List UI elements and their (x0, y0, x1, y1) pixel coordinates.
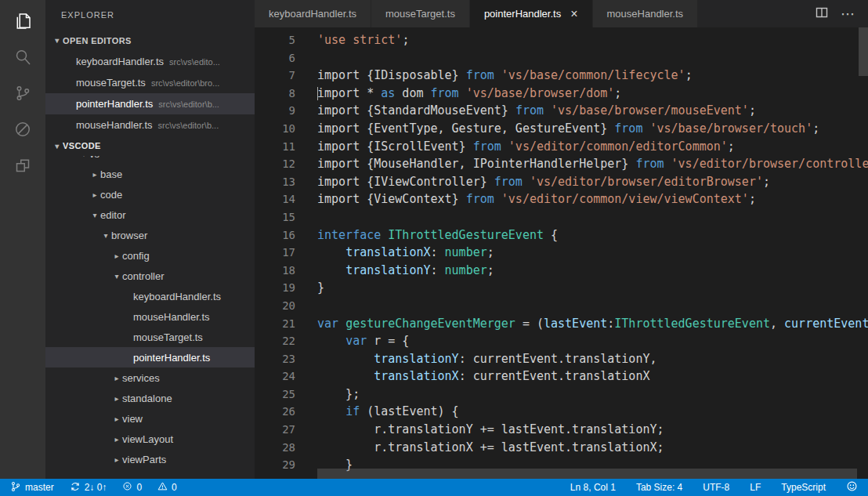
code-line[interactable]: 13import {IViewController} from 'vs/edit… (255, 173, 868, 191)
chevron-right-icon[interactable]: ▸ (111, 455, 122, 464)
line-number[interactable]: 22 (255, 332, 295, 350)
split-editor-icon[interactable] (816, 6, 828, 22)
line-number[interactable]: 7 (255, 67, 295, 85)
code-line[interactable]: 19} (255, 279, 868, 297)
tree-folder-browser[interactable]: ▾browser (45, 225, 255, 245)
source-control-activity-button[interactable] (3, 77, 42, 113)
tree-folder-code[interactable]: ▸code (45, 184, 255, 205)
code-line[interactable]: 14import {ViewContext} from 'vs/editor/c… (255, 190, 868, 208)
search-activity-button[interactable] (3, 41, 42, 77)
language-mode[interactable]: TypeScript (779, 482, 828, 493)
branch-indicator[interactable]: master (8, 479, 56, 496)
code-editor[interactable]: 5'use strict';67import {IDisposable} fro… (255, 27, 868, 479)
tab-pointerHandler-ts[interactable]: pointerHandler.ts× (470, 0, 593, 27)
line-number[interactable]: 26 (255, 403, 295, 421)
line-number[interactable]: 13 (255, 173, 295, 191)
line-number[interactable]: 23 (255, 350, 295, 368)
code-line[interactable]: 15 (255, 208, 868, 226)
tree-folder-viewParts[interactable]: ▸viewParts (45, 449, 255, 469)
code-line[interactable]: 7import {IDisposable} from 'vs/base/comm… (255, 67, 868, 85)
extensions-activity-button[interactable] (3, 149, 42, 185)
code-line[interactable]: 8import * as dom from 'vs/base/browser/d… (255, 85, 868, 103)
horizontal-scrollbar[interactable] (317, 469, 857, 479)
chevron-down-icon[interactable]: ▾ (100, 231, 111, 240)
line-number[interactable]: 19 (255, 279, 295, 297)
line-number[interactable]: 16 (255, 226, 295, 244)
tab-keyboardHandler-ts[interactable]: keyboardHandler.ts (255, 0, 371, 27)
open-editor-item[interactable]: keyboardHandler.tssrc\vs\edito... (45, 51, 255, 72)
chevron-down-icon[interactable]: ▾ (111, 272, 122, 281)
open-editors-header[interactable]: ▾ OPEN EDITORS (45, 30, 255, 51)
tree-folder-view[interactable]: ▸view (45, 408, 255, 429)
open-editor-item[interactable]: mouseHandler.tssrc\vs\editor\b... (45, 114, 255, 136)
code-line[interactable]: 11import {IScrollEvent} from 'vs/editor/… (255, 138, 868, 156)
line-number[interactable]: 12 (255, 155, 295, 173)
feedback-button[interactable] (844, 480, 860, 494)
line-number[interactable]: 14 (255, 190, 295, 208)
code-line[interactable]: 9import {StandardMouseEvent} from 'vs/ba… (255, 102, 868, 120)
tree-file-mouseTarget-ts[interactable]: mouseTarget.ts (45, 327, 255, 347)
code-line[interactable]: 22 var r = { (255, 332, 868, 350)
line-number[interactable]: 9 (255, 102, 295, 120)
code-line[interactable]: 16interface IThrottledGestureEvent { (255, 226, 868, 244)
line-number[interactable]: 17 (255, 244, 295, 262)
tree-folder-services[interactable]: ▸services (45, 367, 255, 388)
tree-folder-editor[interactable]: ▾editor (45, 205, 255, 225)
line-number[interactable]: 5 (255, 31, 295, 49)
tree-folder-config[interactable]: ▸config (45, 245, 255, 266)
chevron-right-icon[interactable]: ▸ (111, 252, 122, 260)
line-number[interactable]: 15 (255, 208, 295, 226)
chevron-right-icon[interactable]: ▸ (111, 374, 122, 382)
vertical-scrollbar[interactable] (859, 27, 868, 76)
code-line[interactable]: 12import {MouseHandler, IPointerHandlerH… (255, 155, 868, 173)
line-number[interactable]: 8 (255, 85, 295, 103)
close-icon[interactable]: × (570, 8, 577, 20)
chevron-right-icon[interactable]: ▸ (89, 190, 100, 199)
line-number[interactable]: 29 (255, 456, 295, 474)
encoding-setting[interactable]: UTF-8 (700, 482, 732, 493)
code-line[interactable]: 5'use strict'; (255, 31, 868, 49)
explorer-activity-button[interactable] (3, 5, 42, 41)
line-number[interactable]: 6 (255, 49, 295, 67)
code-line[interactable]: 28 r.translationX += lastEvent.translati… (255, 439, 868, 457)
eol-setting[interactable]: LF (747, 482, 763, 493)
code-line[interactable]: 17 translationX: number; (255, 244, 868, 262)
code-line[interactable]: 24 translationX: currentEvent.translatio… (255, 367, 868, 386)
code-line[interactable]: 10import {EventType, Gesture, GestureEve… (255, 120, 868, 138)
tree-folder-standalone[interactable]: ▸standalone (45, 388, 255, 408)
tab-mouseTarget-ts[interactable]: mouseTarget.ts (371, 0, 470, 27)
chevron-right-icon[interactable]: ▸ (111, 415, 122, 423)
tree-folder-controller[interactable]: ▾controller (45, 266, 255, 286)
tree-folder-base[interactable]: ▸base (45, 164, 255, 184)
line-number[interactable]: 20 (255, 297, 295, 315)
warning-indicator[interactable]: 0 (155, 479, 179, 496)
code-line[interactable]: 26 if (lastEvent) { (255, 403, 868, 421)
tree-file-pointerHandler-ts[interactable]: pointerHandler.ts (45, 347, 255, 367)
line-number[interactable]: 27 (255, 421, 295, 439)
code-line[interactable]: 20 (255, 297, 868, 315)
tree-folder-viewLayout[interactable]: ▸viewLayout (45, 429, 255, 449)
folder-section-header[interactable]: ▾ VSCODE (45, 136, 255, 156)
code-line[interactable]: 25 }; (255, 386, 868, 404)
open-editor-item[interactable]: mouseTarget.tssrc\vs\editor\bro... (45, 72, 255, 93)
tree-file-mouseHandler-ts[interactable]: mouseHandler.ts (45, 306, 255, 327)
line-number[interactable]: 25 (255, 386, 295, 404)
tree-file-keyboardHandler-ts[interactable]: keyboardHandler.ts (45, 286, 255, 306)
sync-indicator[interactable]: 2↓ 0↑ (67, 479, 110, 496)
tab-mouseHandler-ts[interactable]: mouseHandler.ts (593, 0, 699, 27)
cursor-position[interactable]: Ln 8, Col 1 (568, 482, 618, 493)
open-editor-item[interactable]: pointerHandler.tssrc\vs\editor\b... (45, 93, 255, 114)
line-number[interactable]: 18 (255, 262, 295, 280)
code-line[interactable]: 23 translationY: currentEvent.translatio… (255, 350, 868, 368)
line-number[interactable]: 21 (255, 315, 295, 333)
code-line[interactable]: 6 (255, 49, 868, 67)
chevron-down-icon[interactable]: ▾ (89, 211, 100, 219)
line-number[interactable]: 10 (255, 120, 295, 138)
chevron-right-icon[interactable]: ▸ (89, 170, 100, 179)
indentation-setting[interactable]: Tab Size: 4 (634, 482, 685, 493)
line-number[interactable]: 28 (255, 439, 295, 457)
error-indicator[interactable]: 0 (120, 479, 144, 496)
line-number[interactable]: 24 (255, 367, 295, 386)
code-line[interactable]: 18 translationY: number; (255, 262, 868, 280)
chevron-right-icon[interactable]: ▸ (111, 435, 122, 444)
